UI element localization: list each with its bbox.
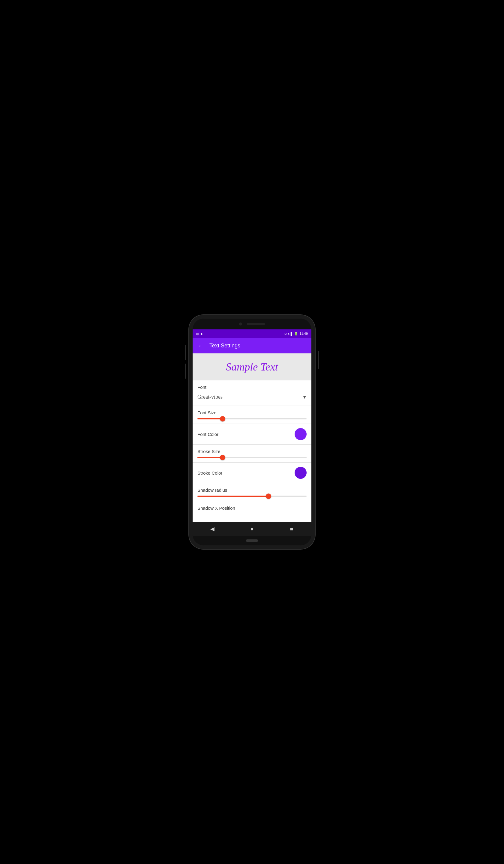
font-label: Font: [197, 385, 307, 390]
play-icon: ▶: [201, 332, 203, 335]
time-display: 11:49: [299, 332, 308, 335]
status-left-icons: ◐ ▶: [196, 332, 203, 335]
shadow-radius-slider-row: [197, 496, 307, 497]
font-size-slider[interactable]: [197, 418, 307, 419]
font-color-label: Font Color: [197, 432, 218, 437]
phone-device: ◐ ▶ LTE ▌ 🔋 11:49 ← Text Settings ⋮ Samp…: [189, 315, 315, 549]
nav-back-button[interactable]: ◀: [206, 523, 218, 535]
font-color-circle[interactable]: [295, 428, 307, 440]
stroke-color-row: Stroke Color: [197, 467, 307, 479]
app-toolbar: ← Text Settings ⋮: [193, 338, 311, 353]
stroke-color-label: Stroke Color: [197, 470, 222, 476]
stroke-size-label: Stroke Size: [197, 449, 307, 454]
shadow-radius-slider-fill: [197, 496, 268, 497]
nav-recents-button[interactable]: ■: [286, 523, 298, 535]
shadow-radius-slider[interactable]: [197, 496, 307, 497]
circle-icon: ◐: [196, 332, 199, 335]
font-setting-item: Font Great-vibes ▼: [193, 381, 311, 406]
settings-list: Font Great-vibes ▼ Font Size: [193, 381, 311, 522]
font-value: Great-vibes: [197, 394, 223, 400]
stroke-size-slider-thumb[interactable]: [220, 455, 225, 460]
back-button[interactable]: ←: [196, 341, 206, 350]
stroke-size-slider[interactable]: [197, 457, 307, 458]
font-color-setting-item: Font Color: [193, 424, 311, 445]
earpiece-speaker: [247, 323, 265, 325]
dropdown-arrow-icon: ▼: [302, 395, 307, 400]
front-camera: [239, 323, 242, 325]
font-size-slider-row: [197, 418, 307, 419]
font-size-slider-fill: [197, 418, 223, 419]
font-size-setting-item: Font Size: [193, 406, 311, 424]
shadow-x-label: Shadow X Position: [197, 505, 307, 511]
font-size-label: Font Size: [197, 410, 307, 415]
stroke-size-slider-fill: [197, 457, 223, 458]
app-screen: ◐ ▶ LTE ▌ 🔋 11:49 ← Text Settings ⋮ Samp…: [193, 329, 311, 536]
app-title: Text Settings: [209, 343, 295, 349]
volume-up-button: [185, 345, 186, 360]
shadow-radius-slider-thumb[interactable]: [266, 493, 271, 499]
status-bar: ◐ ▶ LTE ▌ 🔋 11:49: [193, 329, 311, 338]
stroke-color-setting-item: Stroke Color: [193, 463, 311, 483]
stroke-size-slider-row: [197, 457, 307, 458]
bottom-navigation: ◀ ● ■: [193, 522, 311, 536]
status-right-icons: LTE ▌ 🔋 11:49: [285, 332, 308, 336]
volume-down-button: [185, 363, 186, 379]
font-color-row: Font Color: [197, 428, 307, 440]
font-dropdown[interactable]: Great-vibes ▼: [197, 393, 307, 401]
phone-bottom-notch: [193, 536, 311, 545]
shadow-x-setting-item: Shadow X Position: [193, 501, 311, 516]
shadow-radius-label: Shadow radius: [197, 488, 307, 493]
stroke-color-circle[interactable]: [295, 467, 307, 479]
lte-icon: LTE: [285, 332, 289, 335]
stroke-size-setting-item: Stroke Size: [193, 445, 311, 463]
phone-screen: ◐ ▶ LTE ▌ 🔋 11:49 ← Text Settings ⋮ Samp…: [193, 319, 311, 545]
font-size-slider-thumb[interactable]: [220, 416, 225, 421]
phone-home-bar: [246, 539, 258, 542]
nav-home-button[interactable]: ●: [246, 523, 258, 535]
battery-icon: 🔋: [294, 332, 298, 336]
phone-top-notch: [193, 319, 311, 329]
sample-text-preview: Sample Text: [226, 361, 278, 373]
text-preview-area: Sample Text: [193, 353, 311, 381]
power-button: [318, 351, 319, 369]
signal-icon: ▌: [291, 332, 293, 335]
shadow-radius-setting-item: Shadow radius: [193, 483, 311, 501]
more-options-button[interactable]: ⋮: [298, 341, 308, 350]
